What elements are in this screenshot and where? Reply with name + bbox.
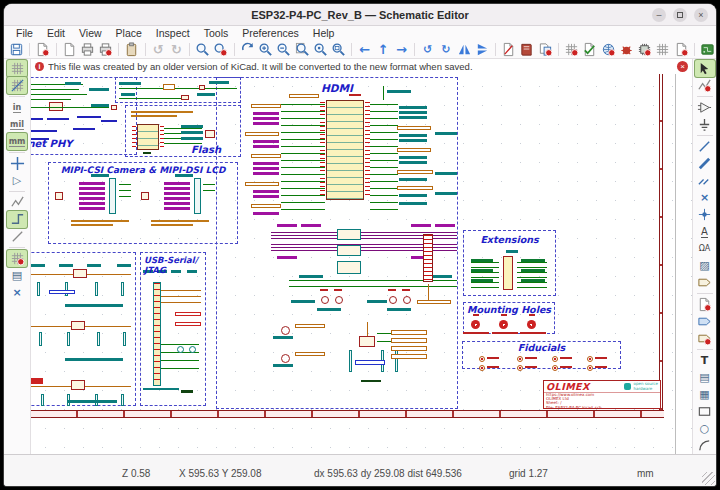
find-icon[interactable] [194,41,211,58]
add-circle-icon[interactable]: ○ [695,420,715,437]
navigate-forward-icon[interactable]: → [393,41,410,58]
status-cursor-position: X 595.63 Y 259.08 [179,468,262,479]
add-global-label-icon[interactable]: ▨ [695,257,715,274]
add-wire-icon[interactable] [695,138,715,155]
close-button[interactable]: × [694,8,708,22]
bom-icon[interactable] [673,41,690,58]
schematic-setup-icon[interactable] [34,41,51,58]
add-rectangle-icon[interactable] [695,403,715,420]
schematic-choke-symbol [337,261,361,274]
schematic-net-label [79,207,105,210]
zoom-objects-icon[interactable] [312,41,329,58]
wire-hv-icon[interactable] [7,211,27,228]
annotate-icon[interactable] [563,41,580,58]
add-no-connect-icon[interactable]: × [695,189,715,206]
import-sheet-pin-icon[interactable] [695,313,715,330]
print-icon[interactable] [79,41,96,58]
add-text-box-icon[interactable]: ▤ [695,369,715,386]
menu-inspect[interactable]: Inspect [150,27,196,39]
menu-view[interactable]: View [73,27,108,39]
schematic-hier-label [391,330,427,335]
unit-mm-icon[interactable]: mm [7,133,27,150]
zoom-selection-icon[interactable] [330,41,347,58]
refresh-view-icon[interactable] [239,41,256,58]
menu-file[interactable]: File [10,27,39,39]
wire-free-angle-icon[interactable] [7,194,27,211]
add-hierarchical-sheet-icon[interactable] [695,296,715,313]
net-colors-icon[interactable] [7,250,27,267]
erc-icon[interactable] [581,41,598,58]
symbol-library-icon[interactable] [518,41,535,58]
statusbar: Z 0.58 X 595.63 Y 259.08 dx 595.63 dy 25… [4,454,716,486]
redo-icon[interactable]: ↻ [168,41,185,58]
simulator-icon[interactable] [599,41,616,58]
add-power-icon[interactable] [695,116,715,133]
add-hierarchical-label-icon[interactable] [695,274,715,291]
add-net-label-icon[interactable]: A [695,223,715,240]
menu-help[interactable]: Help [307,27,341,39]
mirror-vertical-icon[interactable] [474,41,491,58]
open-pcb-editor-icon[interactable] [699,41,716,58]
grid-visibility-icon[interactable] [7,60,27,77]
add-table-icon[interactable]: ▦ [695,386,715,403]
add-sheet-pin-icon[interactable] [695,330,715,347]
add-text-icon[interactable]: T [695,352,715,369]
menu-preferences[interactable]: Preferences [236,27,305,39]
menu-tools[interactable]: Tools [198,27,235,39]
add-junction-icon[interactable] [695,206,715,223]
find-replace-icon[interactable] [212,41,229,58]
hidden-pins-icon[interactable]: ▷ [7,172,27,189]
rotate-cw-icon[interactable]: ↻ [437,41,454,58]
mirror-horizontal-icon[interactable] [456,41,473,58]
add-netclass-directive-icon[interactable]: ΩA [695,240,715,257]
rotate-ccw-icon[interactable]: ↺ [419,41,436,58]
zoom-out-icon[interactable] [275,41,292,58]
assign-footprints-icon[interactable] [636,41,653,58]
schematic-wire [119,190,131,191]
titlebar[interactable]: ESP32-P4-PC_Rev_B — Schematic Editor – × [4,4,716,26]
wire-45-icon[interactable] [7,228,27,245]
infobar-close-icon[interactable]: × [677,61,688,72]
maximize-button[interactable] [673,8,687,22]
section-title: JTAG [144,265,166,275]
properties-panel-icon[interactable]: × [7,284,27,301]
grid-overrides-icon[interactable] [7,77,27,94]
crosshair-cursor-icon[interactable] [7,155,27,172]
zoom-in-icon[interactable] [257,41,274,58]
edit-symbol-icon[interactable] [500,41,517,58]
schematic-wire [377,341,391,342]
highlight-net-icon[interactable] [695,77,715,94]
navigate-back-icon[interactable]: ← [356,41,373,58]
navigate-up-icon[interactable]: ↑ [374,41,391,58]
unit-mils-icon[interactable]: mil [7,116,27,133]
plot-icon[interactable] [97,41,114,58]
symbol-fields-table-icon[interactable] [654,41,671,58]
schematic-ref-text [320,289,328,291]
schematic-component [55,192,63,200]
unit-inches-icon[interactable]: in [7,99,27,116]
menu-edit[interactable]: Edit [41,27,71,39]
footprint-editor-icon[interactable] [537,41,554,58]
section-title: Mounting Holes [463,304,555,315]
schematic-fiducial-marker [479,365,485,371]
schematic-canvas[interactable]: Ethernet PHY Flash MIPI-CSI Camera & MIP… [31,74,692,454]
schematic-hier-label [391,354,427,359]
add-bus-entry-icon[interactable] [695,172,715,189]
select-icon[interactable] [695,60,715,77]
zoom-fit-icon[interactable] [293,41,310,58]
net-inspector-icon[interactable] [618,41,635,58]
add-symbol-icon[interactable] [695,99,715,116]
minimize-button[interactable]: – [652,8,666,22]
add-arc-icon[interactable] [695,437,715,454]
add-bus-icon[interactable] [695,155,715,172]
resize-grip[interactable] [702,472,715,485]
schematic-note-text [65,304,123,307]
hidden-fields-icon[interactable]: ▤ [7,267,27,284]
schematic-net-label [91,104,109,107]
schematic-transistor-symbol [335,296,343,304]
save-icon[interactable] [8,41,25,58]
paste-icon[interactable] [123,41,140,58]
undo-icon[interactable]: ↺ [150,41,167,58]
menu-place[interactable]: Place [110,27,148,39]
new-sheet-icon[interactable] [60,41,77,58]
